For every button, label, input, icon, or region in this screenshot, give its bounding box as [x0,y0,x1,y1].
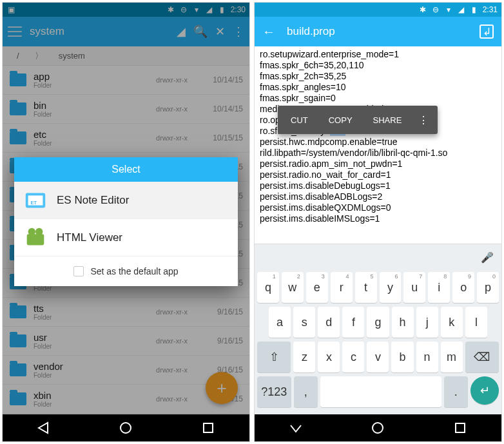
key-h[interactable]: h [392,307,414,338]
svg-point-6 [121,423,131,433]
key-x[interactable]: x [318,342,340,372]
cut-button[interactable]: CUT [280,115,318,125]
editor-line[interactable]: persist.radio.no_wait_for_card=1 [260,169,496,180]
editor-line[interactable]: fmas.spkr_6ch=35,20,110 [260,60,496,71]
editor-line[interactable]: fmas.spkr_sgain=0 [260,93,496,104]
key-k[interactable]: k [441,307,463,338]
editor-line[interactable]: fmas.spkr_2ch=35,25 [260,71,496,82]
nav-keyboard-hide-icon[interactable] [288,420,304,436]
save-icon[interactable]: ↲ [480,24,494,39]
key-l[interactable]: l [465,307,487,338]
comma-key[interactable]: , [294,376,318,407]
dnd-icon: ⊖ [431,5,440,14]
key-t[interactable]: t5 [355,272,377,303]
nav-recents-icon[interactable] [452,420,468,436]
key-w[interactable]: w2 [282,272,304,303]
soft-keyboard: 🎤 q1w2e3r4t5y6u7i8o9p0 asdfghjkl ⇧ zxcvb… [255,244,501,414]
nav-recents-icon[interactable] [200,420,216,436]
context-overflow-icon[interactable]: ⋮ [412,114,435,126]
left-screen: ▣ ✱ ⊖ ▾ ◢ ▮ 2:30 system ◢ 🔍 ✕ ⋮ / 〉 syst… [2,2,250,442]
dialog-item-html-viewer[interactable]: HTML Viewer [14,219,238,256]
share-button[interactable]: SHARE [363,115,412,125]
svg-point-4 [28,227,35,235]
bluetooth-icon: ✱ [418,5,427,14]
key-p[interactable]: p0 [477,272,499,303]
key-u[interactable]: u7 [403,272,425,303]
status-time: 2:31 [483,5,498,14]
svg-text:ET: ET [30,199,37,205]
editor-line[interactable]: persist.radio.apm_sim_not_pwdn=1 [260,159,496,169]
key-v[interactable]: v [367,342,389,372]
key-o[interactable]: o9 [452,272,474,303]
status-bar: ✱ ⊖ ▾ ◢ ▮ 2:31 [255,3,501,17]
text-context-menu: CUT COPY SHARE ⋮ [278,106,438,134]
dialog-item-label: ES Note Editor [57,194,129,207]
dialog-default-row[interactable]: Set as the default app [14,256,238,286]
editor-line[interactable]: fmas.spkr_angles=10 [260,82,496,93]
symbols-key[interactable]: ?123 [257,376,291,407]
key-c[interactable]: c [342,342,364,372]
key-m[interactable]: m [441,342,463,372]
svg-point-5 [35,227,43,235]
android-app-icon [23,226,48,250]
key-d[interactable]: d [318,307,340,338]
editor-line[interactable]: rild.libpath=/system/vendor/lib/libril-q… [260,148,496,159]
enter-key[interactable]: ↵ [470,376,499,405]
mic-icon[interactable]: 🎤 [481,251,494,264]
space-key[interactable] [320,376,441,407]
text-editor[interactable]: ro.setupwizard.enterprise_mode=1fmas.spk… [255,46,501,245]
editor-line[interactable]: persist.hwc.mdpcomp.enable=true [260,137,496,148]
battery-icon: ▮ [470,5,479,14]
svg-rect-7 [204,423,213,432]
svg-point-8 [373,423,383,433]
key-z[interactable]: z [293,342,315,372]
editor-line[interactable]: ro.setupwizard.enterprise_mode=1 [260,49,496,60]
android-navbar [3,414,249,441]
nav-home-icon[interactable] [118,420,133,436]
wifi-icon: ▾ [444,5,453,14]
key-b[interactable]: b [391,342,413,372]
key-y[interactable]: y6 [380,272,402,303]
key-j[interactable]: j [416,307,438,338]
backspace-key[interactable]: ⌫ [465,342,499,372]
key-g[interactable]: g [367,307,389,338]
right-screen: ✱ ⊖ ▾ ◢ ▮ 2:31 ← build.prop ↲ ro.setupwi… [254,2,502,442]
copy-button[interactable]: COPY [318,115,363,125]
editor-line[interactable]: persist.ims.disableQXDMLogs=0 [260,202,496,213]
editor-line[interactable]: persist.ims.disableADBLogs=2 [260,191,496,202]
editor-title: build.prop [287,25,468,38]
key-n[interactable]: n [416,342,438,372]
nav-back-icon[interactable] [36,420,52,436]
key-r[interactable]: r4 [331,272,353,303]
shift-key[interactable]: ⇧ [257,342,291,372]
select-app-dialog: Select ET ES Note Editor HTML Viewer Set… [14,157,238,286]
svg-rect-3 [27,234,44,245]
checkbox-icon[interactable] [73,266,84,276]
dialog-item-es-editor[interactable]: ET ES Note Editor [14,182,238,219]
dialog-footer-label: Set as the default app [90,266,178,276]
key-q[interactable]: q1 [257,272,279,303]
signal-icon: ◢ [457,5,466,14]
editor-line[interactable]: persist.ims.disableIMSLogs=1 [260,213,496,224]
key-e[interactable]: e3 [306,272,328,303]
dialog-item-label: HTML Viewer [57,231,122,244]
nav-home-icon[interactable] [370,420,385,436]
svg-rect-9 [456,423,465,432]
editor-line[interactable]: persist.ims.disableDebugLogs=1 [260,180,496,191]
dialog-title: Select [14,157,238,182]
key-s[interactable]: s [293,307,315,338]
android-navbar [255,414,501,441]
key-f[interactable]: f [342,307,364,338]
back-arrow-icon[interactable]: ← [262,24,275,39]
suggestion-bar: 🎤 [255,244,501,270]
key-i[interactable]: i8 [428,272,450,303]
es-note-editor-icon: ET [23,188,48,213]
key-a[interactable]: a [269,307,291,338]
editor-toolbar: ← build.prop ↲ [255,17,501,46]
period-key[interactable]: . [444,376,469,407]
